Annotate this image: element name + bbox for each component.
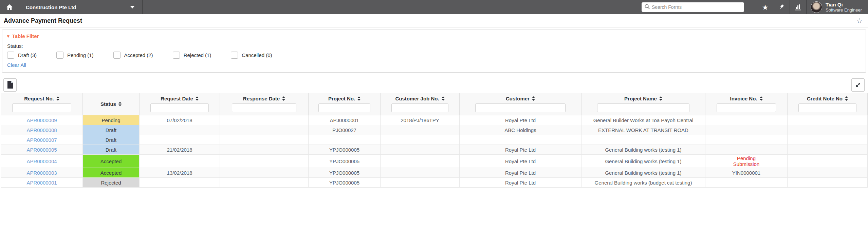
status-badge: Accepted	[83, 168, 140, 178]
request-no-link[interactable]: APR0000009	[26, 117, 57, 123]
cell-customer	[460, 135, 581, 145]
column-header-request-date[interactable]: Request Date	[140, 93, 220, 115]
project-name-filter-input[interactable]	[597, 103, 689, 112]
sort-icon[interactable]	[845, 96, 848, 101]
customer-job-no-filter-input[interactable]	[391, 103, 448, 112]
table-row[interactable]: APR0000009Pending07/02/2018APJ0000001201…	[1, 115, 868, 125]
project-no-filter-input[interactable]	[318, 103, 370, 112]
column-header-customer[interactable]: Customer	[460, 93, 581, 115]
caret-down-icon: ▾	[7, 34, 10, 39]
caret-down-icon	[130, 6, 135, 8]
sort-icon[interactable]	[56, 96, 59, 101]
star-icon: ★	[762, 4, 769, 11]
status-option[interactable]: Rejected (1)	[173, 52, 211, 59]
table-row[interactable]: APR0000001RejectedYPJO000005Royal Pte Lt…	[1, 178, 868, 188]
favorites-button[interactable]: ★	[757, 0, 773, 14]
cell-customer-job-no	[381, 168, 460, 178]
cell-customer-job-no	[381, 155, 460, 168]
cell-customer-job-no	[381, 135, 460, 145]
table-row[interactable]: APR0000003Accepted13/02/2018YPJO000005Ro…	[1, 168, 868, 178]
cell-request-date: 21/02/2018	[140, 145, 220, 155]
column-header-response-date[interactable]: Response Date	[220, 93, 309, 115]
request-no-link[interactable]: APR0000007	[26, 137, 57, 143]
home-icon	[6, 3, 13, 11]
request-no-link[interactable]: APR0000005	[26, 147, 57, 153]
company-selector[interactable]: Construction Pte Ltd	[19, 0, 143, 14]
sort-icon[interactable]	[442, 96, 445, 101]
column-header-customer-job-no[interactable]: Customer Job No.	[381, 93, 460, 115]
cell-project-name: General Builder Works at Toa Payoh Centr…	[581, 115, 705, 125]
status-checkbox[interactable]	[173, 52, 180, 59]
column-header-credit-note-no[interactable]: Credit Note No	[788, 93, 868, 115]
table-row[interactable]: APR0000007Draft	[1, 135, 868, 145]
response-date-filter-input[interactable]	[232, 103, 296, 112]
column-header-project-no[interactable]: Project No.	[309, 93, 381, 115]
title-row: Advance Payment Request ☆	[0, 14, 868, 27]
request-no-link[interactable]: APR0000001	[26, 180, 57, 186]
credit-note-no-filter-input[interactable]	[798, 103, 856, 112]
cell-credit-note-no	[788, 155, 868, 168]
invoice-no-filter-input[interactable]	[717, 103, 776, 112]
search-input[interactable]	[642, 2, 744, 12]
status-option[interactable]: Accepted (2)	[113, 52, 153, 59]
table-row[interactable]: APR0000004AcceptedYPJO000005Royal Pte Lt…	[1, 155, 868, 168]
cell-project-no: APJ0000001	[309, 115, 381, 125]
column-label: Project No.	[328, 96, 355, 101]
status-option[interactable]: Draft (3)	[7, 52, 37, 59]
cell-project-no: YPJO000005	[309, 155, 381, 168]
status-option-label: Pending (1)	[67, 52, 94, 58]
home-button[interactable]	[0, 0, 19, 14]
pin-button[interactable]	[773, 0, 790, 14]
request-no-link[interactable]: APR0000004	[26, 158, 57, 164]
column-header-invoice-no[interactable]: Invoice No.	[705, 93, 788, 115]
sort-icon[interactable]	[196, 96, 199, 101]
table-filter-toggle[interactable]: ▾ Table Filter	[7, 33, 861, 39]
request-date-filter-input[interactable]	[150, 103, 209, 112]
sort-icon[interactable]	[659, 96, 662, 101]
cell-response-date	[220, 125, 309, 135]
column-header-status[interactable]: Status	[83, 93, 140, 115]
column-label: Response Date	[243, 96, 280, 101]
customer-filter-input[interactable]	[475, 103, 566, 112]
user-name: Tian Qi	[826, 2, 862, 7]
status-checkbox[interactable]	[56, 52, 63, 59]
cell-invoice-no: YIN0000001	[705, 168, 788, 178]
sort-icon[interactable]	[760, 96, 763, 101]
status-checkbox[interactable]	[7, 52, 14, 59]
status-option[interactable]: Cancelled (0)	[231, 52, 272, 59]
table-row[interactable]: APR0000008DraftPJO00027ABC HoldingsEXTER…	[1, 125, 868, 135]
status-checkbox[interactable]	[231, 52, 238, 59]
status-option-label: Cancelled (0)	[242, 52, 272, 58]
sort-icon[interactable]	[282, 96, 285, 101]
cell-project-no: PJO00027	[309, 125, 381, 135]
request-no-link[interactable]: APR0000008	[26, 127, 57, 133]
company-name: Construction Pte Ltd	[26, 4, 76, 10]
reports-button[interactable]	[790, 0, 806, 14]
user-menu[interactable]: Tian Qi Software Engineer	[807, 0, 868, 14]
column-header-project-name[interactable]: Project Name	[581, 93, 705, 115]
column-header-request-no[interactable]: Request No.	[1, 93, 83, 115]
cell-customer: Royal Pte Ltd	[460, 155, 581, 168]
cell-credit-note-no	[788, 125, 868, 135]
sort-icon[interactable]	[532, 96, 535, 101]
expand-table-button[interactable]	[851, 78, 865, 92]
request-no-link[interactable]: APR0000003	[26, 170, 57, 176]
cell-invoice-no	[705, 178, 788, 188]
cell-request-date: 13/02/2018	[140, 168, 220, 178]
new-document-button[interactable]	[3, 78, 17, 92]
star-outline-icon[interactable]: ☆	[856, 17, 863, 24]
table-toolbar	[1, 77, 867, 93]
sort-icon[interactable]	[357, 96, 361, 101]
request-no-filter-input[interactable]	[12, 103, 72, 112]
clear-all-link[interactable]: Clear All	[7, 62, 26, 68]
cell-invoice-no	[705, 135, 788, 145]
topbar-spacer	[143, 0, 642, 14]
bar-chart-icon	[794, 3, 802, 11]
cell-customer-job-no	[381, 145, 460, 155]
table-row[interactable]: APR0000005Draft21/02/2018YPJO000005Royal…	[1, 145, 868, 155]
new-document-icon	[7, 81, 14, 89]
status-checkbox[interactable]	[113, 52, 121, 59]
sort-icon[interactable]	[118, 102, 122, 106]
status-option[interactable]: Pending (1)	[56, 52, 94, 59]
table-panel: Request No.StatusRequest DateResponse Da…	[1, 77, 867, 188]
